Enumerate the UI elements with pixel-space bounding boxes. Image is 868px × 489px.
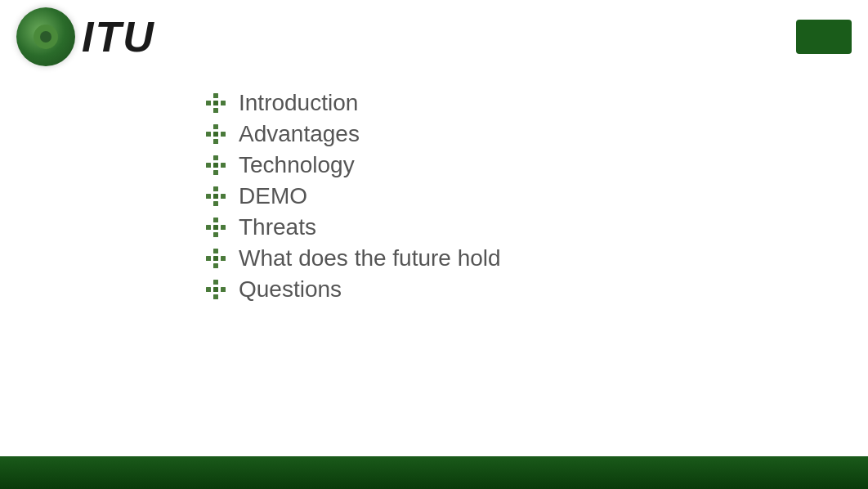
svg-rect-10: [213, 155, 218, 160]
svg-rect-2: [206, 101, 211, 105]
svg-rect-22: [206, 225, 211, 230]
main-content: Introduction Advantages Technology DEMO: [204, 90, 827, 307]
svg-rect-1: [213, 108, 218, 113]
svg-rect-16: [213, 201, 218, 206]
svg-rect-8: [221, 132, 226, 137]
svg-rect-0: [213, 93, 218, 98]
menu-item-label: What does the future hold: [239, 245, 501, 271]
diamond-bullet-icon: [204, 185, 227, 208]
menu-item-label: Introduction: [239, 90, 358, 116]
menu-item-label: DEMO: [239, 183, 307, 209]
header: ITU: [0, 0, 868, 74]
svg-rect-7: [206, 132, 211, 137]
list-item: Technology: [204, 152, 827, 178]
list-item: Threats: [204, 214, 827, 240]
svg-rect-25: [213, 249, 218, 253]
svg-rect-11: [213, 170, 218, 175]
svg-rect-31: [213, 294, 218, 299]
menu-item-label: Technology: [239, 152, 355, 178]
svg-rect-3: [221, 101, 226, 105]
svg-rect-23: [221, 225, 226, 230]
menu-item-label: Threats: [239, 214, 316, 240]
diamond-bullet-icon: [204, 154, 227, 177]
svg-rect-12: [206, 163, 211, 168]
svg-rect-18: [221, 194, 226, 199]
diamond-bullet-icon: [204, 123, 227, 146]
svg-rect-28: [221, 256, 226, 261]
top-right-button[interactable]: [796, 20, 852, 54]
svg-rect-33: [221, 287, 226, 292]
svg-rect-32: [206, 287, 211, 292]
svg-rect-21: [213, 232, 218, 237]
svg-rect-4: [213, 101, 218, 105]
svg-rect-34: [213, 287, 218, 292]
list-item: Introduction: [204, 90, 827, 116]
menu-item-label: Questions: [239, 276, 342, 303]
svg-rect-17: [206, 194, 211, 199]
list-item: DEMO: [204, 183, 827, 209]
menu-item-label: Advantages: [239, 121, 360, 147]
svg-rect-24: [213, 225, 218, 230]
footer-bar: [0, 456, 868, 489]
list-item: Advantages: [204, 121, 827, 147]
svg-rect-9: [213, 132, 218, 137]
svg-rect-6: [213, 139, 218, 144]
svg-rect-27: [206, 256, 211, 261]
svg-rect-30: [213, 280, 218, 285]
diamond-bullet-icon: [204, 278, 227, 301]
logo-container: ITU: [16, 7, 155, 66]
menu-list: Introduction Advantages Technology DEMO: [204, 90, 827, 303]
list-item: What does the future hold: [204, 245, 827, 271]
svg-rect-19: [213, 194, 218, 199]
itu-logo-circle: [16, 7, 75, 66]
svg-rect-26: [213, 263, 218, 268]
diamond-bullet-icon: [204, 216, 227, 239]
diamond-bullet-icon: [204, 92, 227, 114]
svg-rect-13: [221, 163, 226, 168]
diamond-bullet-icon: [204, 247, 227, 270]
logo-text: ITU: [82, 12, 155, 61]
svg-rect-29: [213, 256, 218, 261]
svg-rect-5: [213, 124, 218, 129]
list-item: Questions: [204, 276, 827, 303]
svg-rect-15: [213, 186, 218, 191]
svg-rect-20: [213, 218, 218, 222]
svg-rect-14: [213, 163, 218, 168]
